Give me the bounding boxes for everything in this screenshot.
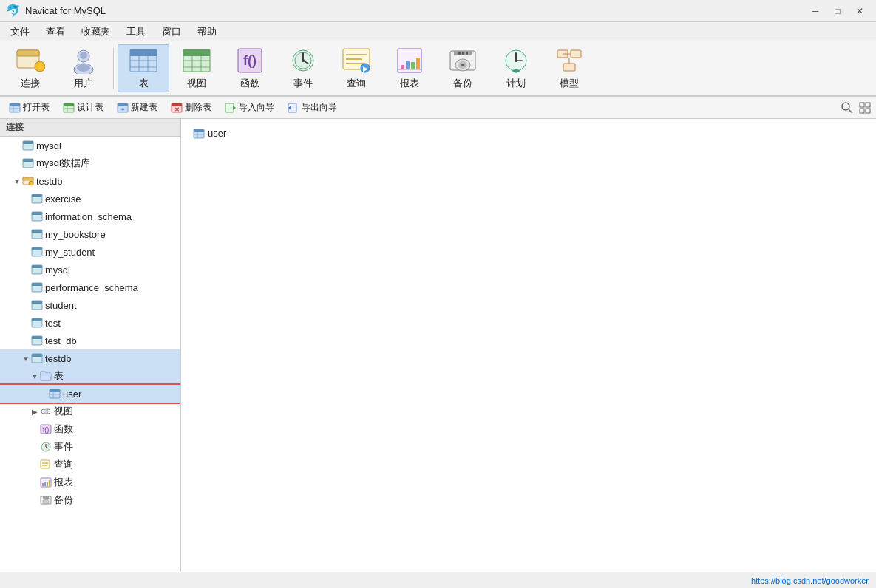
toolbar-user[interactable]: 用户 [58, 44, 109, 92]
svg-rect-75 [860, 103, 864, 107]
toolbar-model-label: 模型 [560, 77, 579, 90]
sidebar-item-mysql[interactable]: mysql [0, 137, 180, 154]
sidebar-item-testdb[interactable]: ▼ testdb [0, 349, 180, 367]
toolbar: ⚡ 连接 用户 表 [0, 41, 876, 97]
arrow-queries [30, 459, 40, 470]
menu-window[interactable]: 窗口 [155, 24, 189, 40]
sidebar-item-exercise[interactable]: exercise [0, 190, 180, 208]
query-icon: ▶ [342, 47, 371, 74]
svg-rect-87 [32, 194, 42, 197]
export-button[interactable]: 导出向导 [282, 99, 343, 117]
svg-text:f(): f() [43, 426, 50, 434]
open-table-label: 打开表 [23, 101, 50, 114]
arrow-test [21, 318, 31, 328]
menu-favorites[interactable]: 收藏夹 [74, 24, 118, 40]
sidebar-item-testdb-root[interactable]: ▼ testdb [0, 172, 180, 190]
toolbar-report[interactable]: 报表 [384, 44, 435, 92]
arrow-performance-schema [21, 282, 31, 293]
svg-rect-89 [32, 212, 42, 215]
sidebar-item-performance-schema[interactable]: performance_schema [0, 278, 180, 296]
sidebar-item-reports-folder[interactable]: 报表 [0, 474, 180, 491]
delete-table-button[interactable]: ✕ 删除表 [165, 99, 217, 117]
label-functions-folder: 函数 [54, 423, 73, 436]
app-title: Navicat for MySQL [25, 5, 106, 16]
content-item-user[interactable]: user [187, 125, 232, 142]
backup-folder-icon [40, 494, 52, 506]
svg-rect-36 [411, 62, 415, 69]
search-icon[interactable] [839, 100, 855, 116]
svg-rect-125 [42, 483, 44, 486]
svg-point-7 [77, 64, 90, 72]
sidebar-item-my-bookstore[interactable]: my_bookstore [0, 225, 180, 243]
export-label: 导出向导 [302, 101, 337, 114]
arrow-reports [30, 477, 40, 488]
sidebar-item-student[interactable]: student [0, 296, 180, 314]
label-events-folder: 事件 [54, 440, 73, 454]
arrow-functions [30, 424, 40, 434]
menu-tools[interactable]: 工具 [119, 24, 153, 40]
sidebar-item-events-folder[interactable]: 事件 [0, 438, 180, 456]
sidebar-item-mysql2[interactable]: mysql [0, 261, 180, 278]
menu-help[interactable]: 帮助 [190, 24, 224, 40]
svg-text:+: + [121, 106, 125, 113]
status-url: https://blog.csdn.net/goodworker [751, 576, 869, 585]
svg-rect-121 [41, 460, 50, 468]
user-icon [69, 47, 98, 74]
sidebar-item-views-folder[interactable]: ▶ 视图 [0, 403, 180, 420]
toolbar-schedule[interactable]: ◀▶ 计划 [490, 44, 542, 92]
toolbar-connect[interactable]: ⚡ 连接 [4, 44, 56, 92]
sidebar-item-user-table[interactable]: user [0, 385, 180, 403]
svg-rect-9 [130, 49, 157, 56]
arrow-student [21, 300, 31, 310]
label-my-bookstore: my_bookstore [45, 229, 106, 240]
sidebar-item-backup-folder[interactable]: 备份 [0, 491, 180, 509]
open-table-button[interactable]: 打开表 [3, 99, 55, 117]
table-icon [129, 47, 158, 74]
toolbar-model[interactable]: 模型 [543, 44, 595, 92]
sidebar-item-mysqldb[interactable]: mysql数据库 [0, 154, 180, 172]
svg-rect-134 [194, 129, 204, 132]
import-button[interactable]: 导入向导 [219, 99, 280, 117]
db-icon-student [31, 299, 43, 311]
window-controls: ─ □ ✕ [805, 3, 870, 19]
toolbar-backup[interactable]: 备份 [437, 44, 489, 92]
grid-view-icon[interactable] [857, 100, 873, 116]
new-table-button[interactable]: + 新建表 [111, 99, 163, 117]
arrow-information-schema [21, 211, 31, 222]
maximize-button[interactable]: □ [827, 3, 848, 19]
toolbar-function-label: 函数 [240, 77, 259, 90]
close-button[interactable]: ✕ [849, 3, 870, 19]
menu-file[interactable]: 文件 [3, 24, 37, 40]
label-my-student: my_student [45, 247, 95, 258]
sidebar-item-my-student[interactable]: my_student [0, 243, 180, 261]
db-icon-information-schema [31, 211, 43, 222]
toolbar-table[interactable]: 表 [118, 44, 169, 92]
svg-rect-71 [225, 103, 234, 112]
svg-text:◀▶: ◀▶ [512, 67, 521, 74]
svg-point-131 [44, 500, 47, 503]
sidebar-item-test[interactable]: test [0, 314, 180, 332]
sidebar-item-test-db[interactable]: test_db [0, 332, 180, 349]
sidebar-item-tables-folder[interactable]: ▼ 表 [0, 367, 180, 385]
design-table-button[interactable]: 设计表 [57, 99, 109, 117]
label-performance-schema: performance_schema [45, 282, 138, 293]
minimize-button[interactable]: ─ [805, 3, 826, 19]
db-icon-testdb [31, 352, 43, 364]
menu-view[interactable]: 查看 [38, 24, 72, 40]
toolbar-view-label: 视图 [187, 77, 206, 90]
sidebar-item-functions-folder[interactable]: f() 函数 [0, 420, 180, 438]
toolbar-event[interactable]: 事件 [277, 44, 329, 92]
svg-rect-132 [43, 496, 49, 499]
toolbar-view[interactable]: 视图 [171, 44, 223, 92]
toolbar-query[interactable]: ▶ 查询 [330, 44, 382, 92]
label-exercise: exercise [45, 194, 81, 205]
sidebar-item-queries-folder[interactable]: 查询 [0, 456, 180, 474]
reports-folder-icon [40, 476, 52, 488]
label-mysql2: mysql [45, 264, 70, 276]
sidebar-item-information-schema[interactable]: information_schema [0, 208, 180, 225]
toolbar-user-label: 用户 [74, 77, 93, 90]
svg-rect-45 [462, 52, 464, 55]
toolbar-function[interactable]: f() 函数 [224, 44, 276, 92]
export-icon [288, 103, 299, 113]
new-table-icon: + [117, 103, 129, 113]
